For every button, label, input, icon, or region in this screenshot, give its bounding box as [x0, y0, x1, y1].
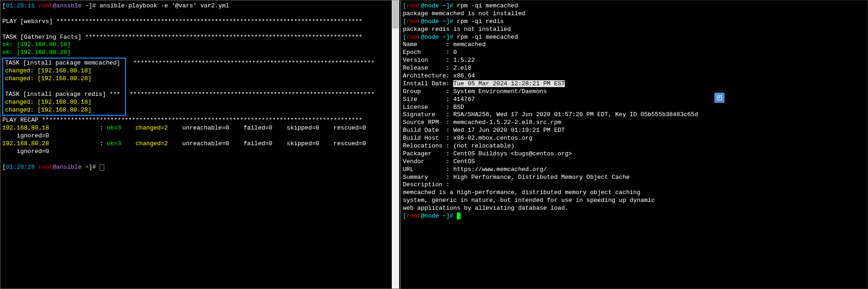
changed-host-2: changed: [192.168.80.28] — [5, 75, 91, 82]
rpm-summary: Summary : High Performance, Distributed … — [403, 174, 629, 181]
rpm-builddate: Build Date : Wed 17 Jun 2020 01:19:21 PM… — [403, 127, 565, 134]
prompt-user-2: root — [38, 164, 53, 171]
rpm-desc-line-3: web applications by alleviating database… — [403, 205, 569, 212]
rpm-desc-line-1: memcached is a high-performance, distrib… — [403, 189, 641, 196]
task-memcached: TASK [install package memcached] — [5, 59, 120, 66]
changed-host-3: changed: [192.168.80.18] — [5, 99, 91, 106]
left-terminal-output[interactable]: [01:28:11 root@ansible ~]# ansible-playb… — [2, 2, 398, 57]
out-memcached-not-installed: package memcached is not installed — [403, 10, 525, 17]
command-text: ansible-playbook -e '@vars' var2.yml — [100, 2, 229, 9]
play-recap-header: PLAY RECAP *****************************… — [2, 117, 362, 124]
task-redis: TASK [install package redis] *** — [5, 91, 120, 98]
cmd-rpm-memcached-2: rpm -qi memcached — [457, 34, 518, 41]
rpm-sourcerpm: Source RPM : memcached-1.5.22-2.el8.src.… — [403, 119, 561, 126]
split-terminal-container: [01:28:11 root@ansible ~]# ansible-playb… — [0, 0, 868, 289]
prompt-cwd: ~ — [85, 2, 89, 9]
rpm-arch: Architecture: x86_64 — [403, 72, 475, 79]
recap-rest-2: unreachable=0 failed=0 skipped=0 rescued… — [168, 140, 366, 147]
rpm-url: URL : https://www.memcached.org/ — [403, 166, 547, 173]
cmd-rpm-memcached-1: rpm -qi memcached — [457, 2, 518, 9]
play-header: PLAY [websrvs] *************************… — [2, 18, 362, 25]
rpm-installdate-value: Tue 05 Mar 2024 12:28:21 PM EST — [453, 80, 565, 87]
changed-host-1: changed: [192.168.80.18] — [5, 67, 91, 74]
recap-ok-1: ok=3 — [107, 124, 121, 131]
changed-host-4: changed: [192.168.80.28] — [5, 106, 91, 113]
recap-sep: : — [49, 124, 107, 131]
prompt-at: @ — [53, 2, 56, 9]
rpm-signature: Signature : RSA/SHA256, Wed 17 Jun 2020 … — [403, 111, 698, 118]
prompt-host-2: ansible — [56, 164, 82, 171]
right-terminal-pane[interactable]: [root@node ~]# rpm -qi memcached package… — [401, 0, 868, 289]
prompt-at-2: @ — [53, 164, 56, 171]
recap-changed-2: changed=2 — [121, 140, 168, 147]
recap-ignored-2: ignored=0 — [2, 148, 49, 155]
recap-host-2: 192.168.80.28 — [2, 140, 49, 147]
right-prompt-2: [root@node ~]# — [403, 18, 453, 25]
rpm-installdate-label: Install Date: — [403, 80, 453, 87]
rpm-buildhost: Build Host : x86-02.mbox.centos.org — [403, 135, 533, 142]
out-redis-not-installed: package redis is not installed — [403, 26, 511, 33]
cmd-rpm-redis: rpm -qi redis — [457, 18, 503, 25]
prompt-host: ansible — [56, 2, 82, 9]
left-terminal-pane[interactable]: [01:28:11 root@ansible ~]# ansible-playb… — [0, 0, 401, 289]
prompt-user: root — [38, 2, 53, 9]
rpm-packager: Packager : CentOS Buildsys <bugs@centos.… — [403, 150, 572, 157]
rpm-release: Release : 2.el8 — [403, 65, 471, 71]
clipboard-icon[interactable] — [714, 93, 724, 103]
prompt-timestamp: 01:28:11 — [6, 2, 35, 9]
left-cursor — [100, 164, 104, 171]
rpm-epoch: Epoch : 0 — [403, 49, 457, 56]
task-memcached-stars: ****************************************… — [130, 59, 375, 67]
recap-changed-1: changed=2 — [121, 124, 168, 131]
left-scrollbar-thumb[interactable] — [392, 1, 399, 29]
recap-ignored-1: ignored=0 — [2, 132, 49, 139]
ok-host-2: ok: [192.168.80.28] — [2, 49, 71, 56]
task-redis-stars: ****************************************… — [130, 91, 375, 99]
prompt-cwd-2: ~ — [85, 164, 89, 171]
ok-host-1: ok: [192.168.80.18] — [2, 41, 71, 48]
highlighted-task-box: TASK [install package memcached] *******… — [2, 58, 126, 116]
recap-sep-2: : — [49, 140, 107, 147]
right-cursor — [457, 212, 461, 219]
rpm-description-label: Description : — [403, 181, 449, 188]
rpm-vendor: Vendor : CentOS — [403, 158, 475, 165]
rpm-version: Version : 1.5.22 — [403, 57, 475, 64]
rpm-relocations: Relocations : (not relocatable) — [403, 142, 515, 149]
right-prompt-1: [root@node ~]# — [403, 2, 453, 9]
rpm-group: Group : System Environment/Daemons — [403, 88, 547, 95]
task-gathering-facts: TASK [Gathering Facts] *****************… — [2, 34, 362, 41]
recap-rest-1: unreachable=0 failed=0 skipped=0 rescued… — [168, 124, 366, 131]
recap-ok-2: ok=3 — [107, 140, 121, 147]
recap-host-1: 192.168.80.18 — [2, 124, 49, 131]
rpm-license: License : BSD — [403, 104, 464, 111]
rpm-name: Name : memcached — [403, 41, 485, 48]
left-scrollbar[interactable] — [392, 0, 399, 289]
right-prompt-4: [root@node ~]# — [403, 212, 453, 219]
prompt-timestamp-2: 01:28:28 — [6, 164, 35, 171]
rpm-desc-line-2: system, generic in nature, but intended … — [403, 197, 655, 204]
rpm-size: Size : 414767 — [403, 96, 475, 103]
right-terminal-output[interactable]: [root@node ~]# rpm -qi memcached package… — [403, 2, 866, 220]
right-prompt-3: [root@node ~]# — [403, 34, 453, 41]
